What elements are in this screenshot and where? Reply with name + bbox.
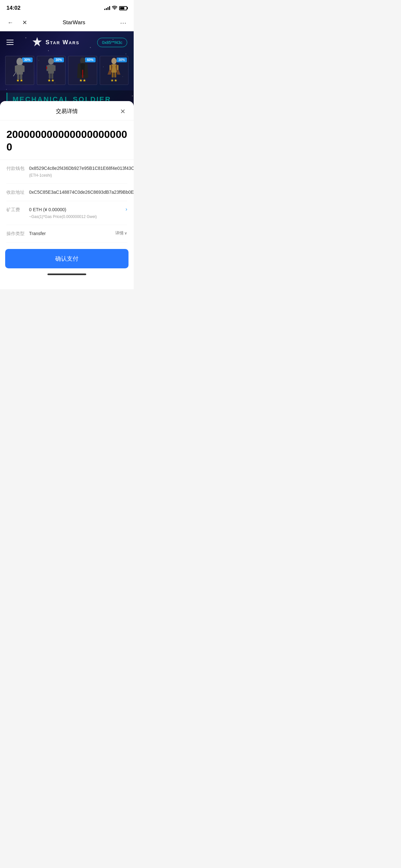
chevron-right-icon: › [126, 206, 127, 212]
miner-fee-sub: ~Gas(1)*Gas Price(0.000000012 Gwei) [29, 214, 126, 220]
operation-detail-label: 详情 [115, 230, 124, 236]
hamburger-menu[interactable] [6, 40, 13, 45]
receive-address-value: 0xC5C85E3aC148874C0de26C8693dB7a23f9Bb0E… [29, 189, 134, 196]
operation-type-value: Transfer [29, 230, 115, 237]
svg-rect-20 [23, 66, 25, 72]
character-card-1[interactable]: 30% ★★ [5, 56, 34, 85]
operation-detail-button[interactable]: 详情 ∨ [115, 230, 127, 236]
miner-fee-label: 矿工费 [6, 206, 29, 213]
svg-point-33 [112, 58, 117, 64]
game-logo: Star Wars [31, 36, 80, 48]
svg-rect-30 [46, 66, 47, 69]
svg-rect-34 [112, 64, 117, 73]
svg-rect-37 [112, 73, 114, 78]
battery-icon [119, 6, 127, 10]
character-card-2[interactable]: 30% ★★ [37, 56, 66, 85]
svg-rect-18 [17, 65, 23, 74]
pay-wallet-row: 付款钱包 0x8529C4c8e2f436Db927e95B1C81E68f4e… [6, 160, 127, 184]
detail-rows: 付款钱包 0x8529C4c8e2f436Db927e95B1C81E68f4e… [0, 160, 134, 243]
sheet-title: 交易详情 [56, 107, 78, 115]
receive-address-row: 收款地址 0xC5C85E3aC148874C0de26C8693dB7a23f… [6, 184, 127, 201]
wifi-icon [112, 5, 117, 11]
char-figure-4 [100, 58, 128, 78]
miner-fee-row: 矿工费 0 ETH (¥ 0.00000) ~Gas(1)*Gas Price(… [6, 201, 127, 225]
signal-icon [104, 6, 110, 10]
close-tab-button[interactable]: ✕ [19, 18, 30, 28]
operation-type-row: 操作类型 Transfer 详情 ∨ [6, 225, 127, 243]
home-indicator [0, 271, 134, 276]
home-bar [48, 274, 86, 275]
char-figure-2 [37, 58, 66, 78]
miner-fee-edit-button[interactable]: › [126, 206, 127, 212]
miner-fee-value: 0 ETH (¥ 0.00000) ~Gas(1)*Gas Price(0.00… [29, 206, 126, 220]
wallet-badge[interactable]: 0x85**f43c [97, 38, 127, 47]
status-time: 14:02 [6, 5, 20, 11]
svg-rect-35 [110, 65, 111, 70]
svg-rect-25 [48, 65, 54, 73]
status-bar: 14:02 [0, 0, 134, 14]
svg-rect-29 [51, 73, 53, 79]
receive-address-label: 收款地址 [6, 189, 29, 195]
chevron-down-icon: ∨ [124, 231, 127, 236]
svg-point-17 [17, 58, 23, 66]
confirm-section: 确认支付 [0, 243, 134, 271]
character-card-3[interactable]: 60% ★★ [68, 56, 97, 85]
character-card-4[interactable]: 30% ★★ [100, 56, 129, 85]
char-figure-3 [68, 58, 97, 78]
svg-rect-19 [15, 66, 17, 72]
svg-line-23 [13, 72, 16, 76]
browser-nav: ← ✕ StarWars ··· [0, 14, 134, 31]
character-row: 30% ★★ 30% [0, 53, 134, 88]
pay-wallet-value: 0x8529C4c8e2f436Db927e95B1C81E68f4e013f4… [29, 165, 134, 178]
miner-fee-amount: 0 ETH (¥ 0.00000) [29, 206, 126, 213]
amount-section: 2000000000000000000000 [0, 120, 134, 160]
svg-rect-36 [117, 65, 119, 70]
svg-rect-21 [17, 74, 19, 80]
operation-type-label: 操作类型 [6, 230, 29, 237]
bottom-sheet-overlay: 交易详情 ✕ 2000000000000000000000 付款钱包 0x852… [0, 90, 134, 289]
char-figure-1 [5, 58, 34, 78]
status-icons [104, 5, 127, 11]
sheet-header: 交易详情 ✕ [0, 101, 134, 120]
starwars-logo-icon [31, 36, 43, 48]
pay-wallet-sub: (ETH-1ceshi) [29, 173, 134, 178]
amount-value: 2000000000000000000000 [6, 128, 127, 153]
pay-wallet-label: 付款钱包 [6, 165, 29, 172]
game-header: Star Wars 0x85**f43c [0, 31, 134, 53]
svg-point-24 [48, 58, 54, 65]
confirm-pay-button[interactable]: 确认支付 [5, 249, 128, 268]
sheet-close-button[interactable]: ✕ [118, 107, 127, 116]
pay-wallet-address: 0x8529C4c8e2f436Db927e95B1C81E68f4e013f4… [29, 165, 134, 172]
svg-rect-22 [20, 74, 22, 80]
more-button[interactable]: ··· [118, 18, 128, 28]
svg-marker-16 [33, 37, 42, 46]
svg-rect-27 [54, 65, 56, 71]
bottom-sheet: 交易详情 ✕ 2000000000000000000000 付款钱包 0x852… [0, 101, 134, 289]
back-button[interactable]: ← [5, 18, 16, 28]
game-logo-text: Star Wars [45, 39, 80, 46]
svg-rect-28 [49, 73, 51, 79]
page-title: StarWars [34, 20, 114, 26]
svg-rect-38 [114, 73, 116, 78]
